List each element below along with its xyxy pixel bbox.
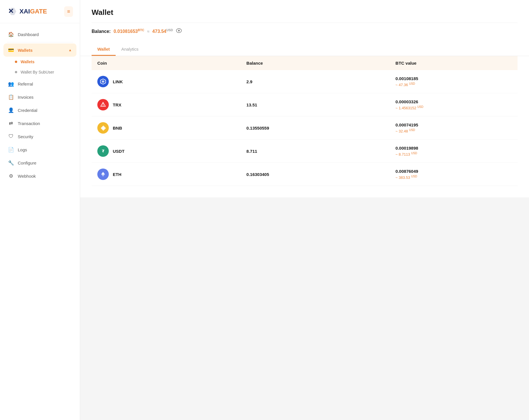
coin-btc-value: 0.00074195 ~ 32.48 USD: [390, 116, 518, 140]
wallets-subnav: Wallets Wallet By SubUser: [0, 57, 80, 77]
col-header-balance: Balance: [241, 56, 390, 70]
wallet-tabs: Wallet Analytics: [92, 43, 518, 56]
coin-balance: 8.711: [241, 140, 390, 163]
sidebar-item-security[interactable]: 🛡 Security: [0, 130, 80, 143]
btc-number: 0.00019898: [396, 146, 512, 150]
usd-approx: ~ 32.48 USD: [396, 128, 512, 133]
usd-approx: ~ 8.7113 USD: [396, 152, 512, 156]
balance-row: Balance: 0.01081653BTC ≈ 473.54USD: [92, 23, 518, 40]
table-row: ₮USDT8.711 0.00019898 ~ 8.7113 USD: [92, 140, 518, 163]
balance-toggle-visibility[interactable]: [176, 28, 182, 35]
coin-name: TRX: [113, 102, 121, 107]
trx-coin-logo: [97, 99, 109, 110]
invoices-icon: 📋: [8, 94, 14, 100]
coin-btc-value: 0.00019898 ~ 8.7113 USD: [390, 140, 518, 163]
menu-button[interactable]: ≡: [64, 6, 73, 17]
table-row: LINK2.9 0.00108185 ~ 47.36 USD: [92, 70, 518, 93]
sidebar-item-invoices[interactable]: 📋 Invoices: [0, 90, 80, 104]
sidebar-subitem-wallet-by-subuser[interactable]: Wallet By SubUser: [0, 67, 80, 77]
coin-balance: 0.16303405: [241, 163, 390, 186]
coin-cell-link: LINK: [97, 76, 235, 87]
coin-cell-eth: ETH: [97, 169, 235, 180]
security-icon: 🛡: [8, 134, 14, 139]
sidebar-item-logs[interactable]: 📄 Logs: [0, 143, 80, 156]
page-header: Wallet Balance: 0.01081653BTC ≈ 473.54US…: [80, 0, 529, 56]
sidebar-header: ✕ XAIGATE ≡: [0, 0, 80, 23]
svg-point-3: [178, 30, 180, 31]
sidebar-item-invoices-label: Invoices: [18, 95, 33, 100]
col-header-coin: Coin: [92, 56, 241, 70]
coin-btc-value: 0.00003326 ~ 1.4563152 USD: [390, 93, 518, 116]
sidebar-item-logs-label: Logs: [18, 147, 27, 152]
eye-icon: [176, 28, 182, 33]
sidebar-item-wallets-label: Wallets: [18, 48, 64, 53]
balance-approx: ≈: [147, 29, 149, 34]
coin-name: ETH: [113, 172, 121, 177]
coin-balance: 0.13550559: [241, 116, 390, 140]
usdt-coin-logo: ₮: [97, 145, 109, 157]
coin-balance: 2.9: [241, 70, 390, 93]
logo-gate: GATE: [30, 8, 47, 15]
sidebar-item-wallets[interactable]: 💳 Wallets ▲: [3, 43, 76, 57]
tab-wallet[interactable]: Wallet: [92, 43, 116, 56]
configure-icon: 🔧: [8, 160, 14, 166]
logo-xai: XAI: [19, 8, 30, 15]
sidebar-item-dashboard[interactable]: 🏠 Dashboard: [0, 28, 80, 41]
svg-text:✕: ✕: [8, 7, 14, 15]
btc-number: 0.00003326: [396, 99, 512, 104]
sidebar-item-credential-label: Credential: [18, 108, 37, 113]
sidebar-item-transaction-label: Transaction: [18, 121, 40, 126]
sidebar-item-credential[interactable]: 👤 Credential: [0, 104, 80, 117]
main-content: Wallet Balance: 0.01081653BTC ≈ 473.54US…: [80, 0, 529, 420]
sidebar-item-configure[interactable]: 🔧 Configure: [0, 156, 80, 169]
logs-icon: 📄: [8, 147, 14, 152]
coin-name: USDT: [113, 149, 125, 154]
coin-btc-value: 0.00108185 ~ 47.36 USD: [390, 70, 518, 93]
sidebar-nav: 🏠 Dashboard 💳 Wallets ▲ Wallets Wallet B…: [0, 23, 80, 187]
tab-analytics[interactable]: Analytics: [116, 43, 144, 56]
referral-icon: 👥: [8, 81, 14, 87]
logo: ✕ XAIGATE: [7, 6, 47, 17]
inactive-dot: [15, 71, 17, 73]
sidebar-item-dashboard-label: Dashboard: [18, 32, 39, 37]
page-title: Wallet: [92, 8, 518, 17]
wallet-icon: 💳: [8, 47, 14, 53]
coin-name: BNB: [113, 126, 122, 130]
coin-table-body: LINK2.9 0.00108185 ~ 47.36 USD TRX13.51 …: [92, 70, 518, 186]
content-area: Coin Balance BTC value LINK2.9 0.0010818…: [80, 56, 529, 197]
home-icon: 🏠: [8, 31, 14, 37]
btc-number: 0.00074195: [396, 122, 512, 127]
eth-coin-logo: [97, 169, 109, 180]
coin-btc-value: 0.00876049 ~ 383.53 USD: [390, 163, 518, 186]
usd-approx: ~ 1.4563152 USD: [396, 105, 512, 110]
usd-approx: ~ 47.36 USD: [396, 82, 512, 87]
coin-name: LINK: [113, 79, 123, 84]
sidebar-item-webhook[interactable]: ⚙ Webhook: [0, 169, 80, 183]
sidebar-subitem-wallets[interactable]: Wallets: [0, 57, 80, 67]
table-row: ◈BNB0.13550559 0.00074195 ~ 32.48 USD: [92, 116, 518, 140]
balance-usd-amount: 473.54USD: [152, 28, 173, 34]
balance-label: Balance:: [92, 29, 111, 34]
logo-icon: ✕: [7, 6, 18, 17]
sidebar-item-transaction[interactable]: ⇄ Transaction: [0, 117, 80, 130]
transaction-icon: ⇄: [8, 120, 14, 126]
table-row: TRX13.51 0.00003326 ~ 1.4563152 USD: [92, 93, 518, 116]
chevron-up-icon: ▲: [68, 48, 72, 52]
col-header-btc-value: BTC value: [390, 56, 518, 70]
btc-number: 0.00108185: [396, 76, 512, 81]
bnb-coin-logo: ◈: [97, 122, 109, 134]
coin-table-wrapper: Coin Balance BTC value LINK2.9 0.0010818…: [92, 56, 518, 186]
sidebar-item-configure-label: Configure: [18, 161, 36, 165]
sidebar-subitem-wallets-label: Wallets: [21, 60, 35, 64]
sidebar: ✕ XAIGATE ≡ 🏠 Dashboard 💳 Wallets ▲ Wall…: [0, 0, 80, 420]
coin-table: Coin Balance BTC value LINK2.9 0.0010818…: [92, 56, 518, 186]
usd-approx: ~ 383.53 USD: [396, 175, 512, 180]
sidebar-item-webhook-label: Webhook: [18, 174, 36, 179]
sidebar-item-referral[interactable]: 👥 Referral: [0, 77, 80, 90]
webhook-icon: ⚙: [8, 173, 14, 179]
coin-balance: 13.51: [241, 93, 390, 116]
coin-cell-usdt: ₮USDT: [97, 145, 235, 157]
link-coin-logo: [97, 76, 109, 87]
coin-cell-trx: TRX: [97, 99, 235, 110]
btc-number: 0.00876049: [396, 169, 512, 174]
